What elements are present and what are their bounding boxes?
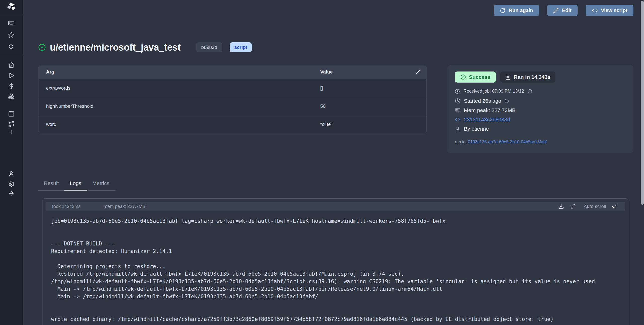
run-id-link[interactable]: 0193c135-ab7d-60e5-2b10-04b5ac13fabf	[468, 139, 547, 144]
table-row: extraWords []	[38, 79, 426, 97]
clock-icon	[455, 98, 460, 104]
log-output: job=0193c135-ab7d-60e5-2b10-04b5ac13fabf…	[46, 211, 625, 325]
run-id-line: run id: 0193c135-ab7d-60e5-2b10-04b5ac13…	[455, 139, 626, 145]
edit-button[interactable]: Edit	[547, 5, 578, 16]
status-badge-label: Success	[469, 74, 490, 80]
check-circle-icon	[460, 74, 466, 80]
view-script-button[interactable]: View script	[586, 5, 633, 16]
dollar-icon[interactable]	[8, 83, 15, 89]
args-table: Arg Value extraWords [] highNumberThresh…	[38, 65, 427, 133]
home-icon[interactable]	[8, 62, 15, 68]
arg-value: "clue"	[320, 122, 332, 127]
run-again-label: Run again	[509, 8, 533, 13]
version-badge: b8983d	[196, 42, 222, 52]
sidebar-divider	[0, 56, 23, 56]
header-actions: Run again Edit View script	[494, 5, 633, 16]
by-user-text: By etienne	[464, 126, 489, 132]
info-icon[interactable]	[528, 89, 532, 94]
tab-result[interactable]: Result	[38, 180, 64, 191]
arg-name: highNumberThreshold	[38, 103, 320, 109]
logs-panel: took 14343ms mem peak: 227.7MB Auto scro…	[42, 198, 628, 325]
args-table-header: Arg Value	[38, 65, 426, 79]
run-again-button[interactable]: Run again	[494, 5, 539, 16]
auto-scroll-label: Auto scroll	[584, 204, 606, 209]
kind-badge: script	[230, 42, 252, 52]
tabs: Result Logs Metrics	[38, 180, 115, 191]
download-icon	[558, 204, 564, 209]
download-logs-button[interactable]	[558, 204, 564, 209]
col-header-arg: Arg	[38, 69, 320, 75]
calendar-icon[interactable]	[8, 111, 15, 117]
received-job-text: Received job: 07:09 PM 13/12	[463, 89, 524, 94]
script-hash-link[interactable]: 23131148c2b8983d	[464, 117, 510, 123]
view-script-label: View script	[601, 8, 627, 13]
windmill-logo[interactable]	[0, 0, 23, 14]
duration-chip: Ran in 14.343s	[500, 71, 555, 83]
code-icon	[592, 8, 598, 14]
arrow-right-icon[interactable]	[8, 190, 15, 197]
logs-toolbar: took 14343ms mem peak: 227.7MB Auto scro…	[46, 202, 625, 211]
play-icon[interactable]	[8, 72, 15, 79]
expand-logs-button[interactable]	[571, 204, 576, 209]
tab-metrics[interactable]: Metrics	[87, 180, 115, 191]
page-title: u/etienne/microsoft_java_test	[50, 42, 181, 53]
search-icon[interactable]	[8, 44, 15, 50]
hourglass-icon	[505, 75, 511, 80]
plus-icon[interactable]	[9, 129, 14, 135]
windmill-logo-icon	[6, 2, 17, 12]
user-icon	[455, 126, 460, 132]
edit-label: Edit	[562, 8, 572, 13]
route-icon[interactable]	[8, 121, 15, 127]
mem-peak-text: Mem peak: 227.73MB	[464, 107, 515, 113]
page-scrollbar[interactable]	[641, 1, 644, 205]
auto-scroll-toggle[interactable]: Auto scroll	[582, 203, 619, 209]
logs-mem-peak-text: mem peak: 227.7MB	[104, 204, 145, 209]
sidebar	[0, 0, 23, 325]
status-badge: Success	[455, 71, 496, 83]
logs-took-text: took 14343ms	[52, 204, 80, 209]
started-text: Started 26s ago	[464, 98, 501, 104]
maximize-icon	[571, 204, 576, 209]
col-header-value: Value	[320, 69, 333, 75]
maximize-icon	[415, 69, 421, 75]
pencil-icon	[553, 8, 559, 13]
settings-icon[interactable]	[8, 180, 15, 187]
tab-logs[interactable]: Logs	[64, 180, 87, 191]
boxes-icon[interactable]	[8, 93, 15, 100]
duration-label: Ran in 14.343s	[514, 74, 550, 80]
star-icon[interactable]	[8, 32, 15, 38]
clock-icon	[455, 89, 460, 94]
code-icon	[455, 117, 460, 122]
table-row: word "clue"	[38, 115, 426, 133]
user-icon[interactable]	[8, 170, 15, 177]
check-icon	[612, 204, 617, 209]
table-row: highNumberThreshold 50	[38, 97, 426, 115]
app-window-icon[interactable]	[8, 20, 15, 26]
memory-icon	[455, 107, 460, 113]
arg-name: word	[38, 122, 320, 127]
arg-name: extraWords	[38, 85, 320, 91]
status-card: Success Ran in 14.343s Received job: 07:…	[447, 65, 633, 153]
info-icon[interactable]	[505, 99, 509, 103]
expand-args-button[interactable]	[415, 69, 421, 75]
run-id-label: run id:	[455, 139, 467, 144]
arg-value: []	[320, 85, 323, 91]
check-circle-icon	[38, 44, 46, 51]
arg-value: 50	[320, 103, 326, 109]
refresh-icon	[500, 8, 505, 13]
title-row: u/etienne/microsoft_java_test b8983d scr…	[38, 40, 252, 54]
